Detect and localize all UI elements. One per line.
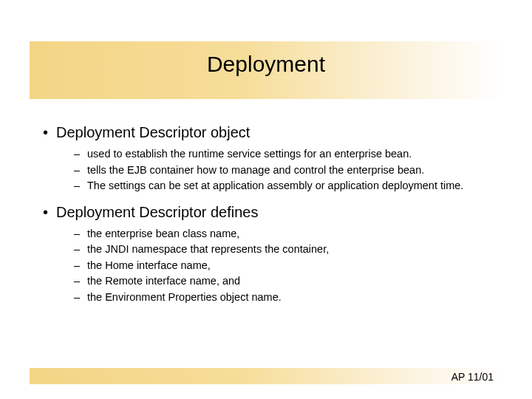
footer-text: AP 11/01 [451, 371, 494, 383]
sub-bullet-text: the JNDI namespace that represents the c… [87, 243, 329, 255]
sub-list: the enterprise bean class name, the JNDI… [74, 227, 494, 305]
sub-bullet-text: the Environment Properties object name. [87, 291, 282, 303]
bullet-item: Deployment Descriptor object [43, 124, 494, 141]
content-area: Deployment Descriptor object used to est… [43, 124, 494, 316]
slide: Deployment Deployment Descriptor object … [0, 0, 532, 399]
sub-bullet-text: the Home interface name, [87, 259, 211, 271]
sub-bullet-item: the enterprise bean class name, [74, 227, 494, 242]
sub-bullet-item: used to establish the runtime service se… [74, 147, 494, 162]
sub-bullet-text: the enterprise bean class name, [87, 228, 239, 239]
sub-bullet-item: the Remote interface name, and [74, 274, 494, 289]
sub-bullet-item: the JNDI namespace that represents the c… [74, 242, 494, 257]
sub-bullet-text: used to establish the runtime service se… [87, 148, 412, 160]
bullet-text: Deployment Descriptor object [56, 124, 250, 140]
sub-list: used to establish the runtime service se… [74, 147, 494, 194]
sub-bullet-item: The settings can be set at application a… [74, 179, 494, 194]
bullet-item: Deployment Descriptor defines [43, 204, 494, 221]
footer-band [30, 368, 502, 384]
sub-bullet-item: the Home interface name, [74, 259, 494, 273]
slide-title: Deployment [0, 52, 532, 77]
sub-bullet-text: tells the EJB container how to manage an… [87, 164, 424, 176]
sub-bullet-item: the Environment Properties object name. [74, 290, 494, 305]
sub-bullet-text: the Remote interface name, and [87, 275, 240, 287]
sub-bullet-item: tells the EJB container how to manage an… [74, 163, 494, 178]
bullet-text: Deployment Descriptor defines [56, 204, 258, 220]
sub-bullet-text: The settings can be set at application a… [87, 180, 463, 191]
